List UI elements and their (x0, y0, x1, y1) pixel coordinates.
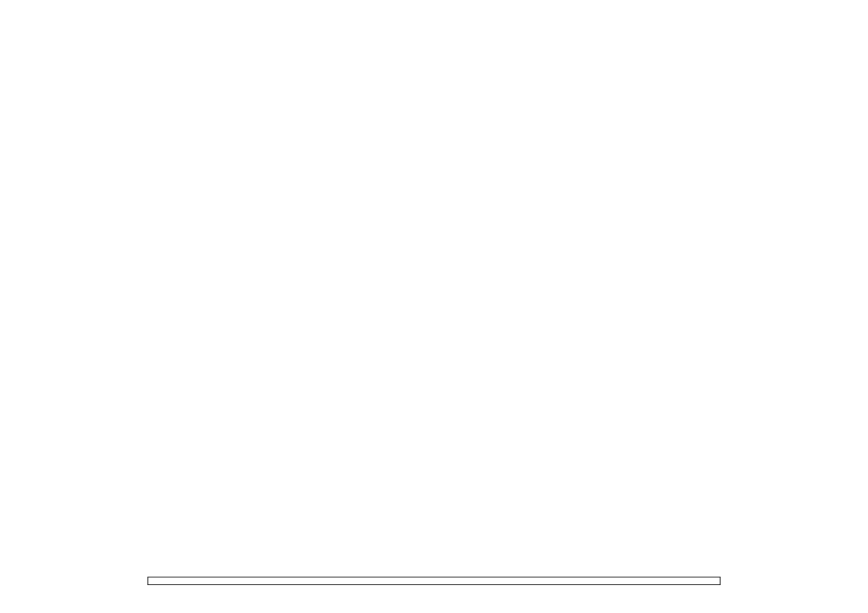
plot-area (0, 0, 868, 576)
chart-page (0, 0, 868, 613)
legend (148, 577, 721, 585)
